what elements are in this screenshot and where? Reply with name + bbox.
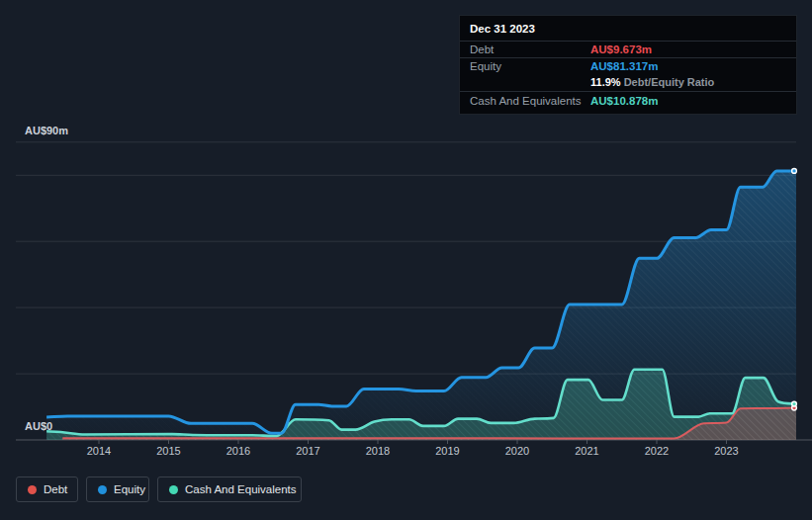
svg-text:2018: 2018 xyxy=(366,445,390,457)
svg-text:2019: 2019 xyxy=(435,445,459,457)
svg-text:2014: 2014 xyxy=(87,445,111,457)
svg-text:AU$0: AU$0 xyxy=(25,420,52,432)
svg-text:2023: 2023 xyxy=(714,445,738,457)
svg-text:2020: 2020 xyxy=(505,445,529,457)
svg-text:2017: 2017 xyxy=(296,445,319,457)
svg-text:2022: 2022 xyxy=(645,445,669,457)
svg-text:2015: 2015 xyxy=(156,445,180,457)
svg-text:AU$90m: AU$90m xyxy=(25,125,68,136)
svg-text:2016: 2016 xyxy=(226,445,250,457)
svg-text:2021: 2021 xyxy=(575,445,598,457)
